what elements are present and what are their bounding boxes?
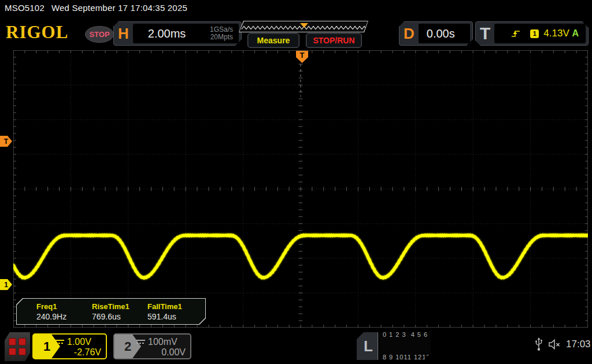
trigger-level-marker[interactable]: T (0, 136, 12, 147)
graticule-grid (13, 50, 588, 328)
trigger-level-value: 4.13V (543, 28, 569, 39)
delay-label: D (399, 25, 419, 43)
horizontal-settings-panel[interactable]: H 2.00ms 1GSa/s 20Mpts (113, 21, 242, 46)
memory-position-marker (300, 23, 308, 28)
logic-tab[interactable]: L (357, 337, 378, 355)
measurement-falltime: FallTime1 591.4us (147, 302, 203, 321)
measurement-value: 591.4us (147, 312, 203, 321)
logic-analyzer-widget[interactable]: L 0 1 2 3 4 5 6 7 8 9 1011 12131415 (357, 332, 431, 360)
trigger-sweep-mode: A (572, 28, 579, 39)
channel2-status-widget[interactable]: 2 100mV 0.00V (113, 333, 191, 359)
usb-icon[interactable] (535, 337, 543, 351)
waveform-memory-bar-inner (239, 21, 368, 32)
system-status-area: 17:03 (535, 337, 591, 351)
trigger-source-badge: 1 (530, 29, 539, 38)
horizontal-label: H (114, 25, 133, 43)
measurement-box: Freq1 240.9Hz RiseTime1 769.6us FallTime… (16, 298, 206, 325)
memory-depth: 20Mpts (210, 34, 233, 41)
measurement-freq: Freq1 240.9Hz (36, 302, 92, 321)
datetime-text: Wed September 17 17:04:35 2025 (51, 3, 187, 13)
stop-run-button[interactable]: STOP/RUN (306, 33, 362, 48)
measurement-name: Freq1 (36, 302, 92, 311)
clock-text: 17:03 (566, 339, 591, 350)
measurement-name: RiseTime1 (92, 302, 147, 311)
logic-row1: 0 1 2 3 4 5 6 7 (383, 331, 447, 339)
waveform-memory-bar[interactable] (239, 21, 368, 32)
measurement-risetime: RiseTime1 769.6us (92, 302, 147, 321)
speaker-muted-icon[interactable] (547, 339, 561, 350)
waveform-display-area[interactable] (13, 50, 588, 328)
channel2-offset: 0.00V (136, 347, 186, 358)
trigger-label: T (476, 24, 494, 43)
acquisition-state-badge: STOP (85, 26, 114, 43)
channel1-ground-marker[interactable]: 1 (0, 279, 12, 290)
measurement-value: 240.9Hz (36, 312, 92, 321)
sample-rate-readout: 1GSa/s 20Mpts (210, 26, 239, 41)
memory-waveform-zigzag (239, 21, 368, 32)
measure-button[interactable]: Measure (247, 33, 299, 48)
channel1-offset: -2.76V (56, 347, 101, 358)
model-name: MSO5102 (5, 3, 45, 13)
logic-row2: 8 9 1011 12131415 (383, 354, 447, 361)
trigger-settings-panel[interactable]: T 1 4.13V A (475, 21, 589, 46)
measurement-value: 769.6us (92, 312, 147, 321)
timebase-value: 2.00ms (133, 27, 210, 40)
channel1-scale: 1.00V (67, 337, 91, 347)
status-bar: MSO5102Wed September 17 17:04:35 2025 (5, 3, 187, 13)
rigol-logo: RIGOL (6, 22, 68, 43)
dc-coupling-icon (136, 340, 145, 345)
red-grid-icon (9, 338, 26, 355)
trigger-slope-icon (510, 28, 522, 39)
delay-value: 0.00s (419, 27, 455, 40)
channel2-scale: 100mV (148, 337, 177, 347)
measurement-name: FallTime1 (147, 302, 203, 311)
dc-coupling-icon (56, 340, 64, 345)
function-menu-button[interactable] (5, 332, 30, 361)
trigger-delay-panel[interactable]: D 0.00s (399, 21, 473, 46)
channel1-status-widget[interactable]: 1 1.00V -2.76V (32, 333, 107, 359)
